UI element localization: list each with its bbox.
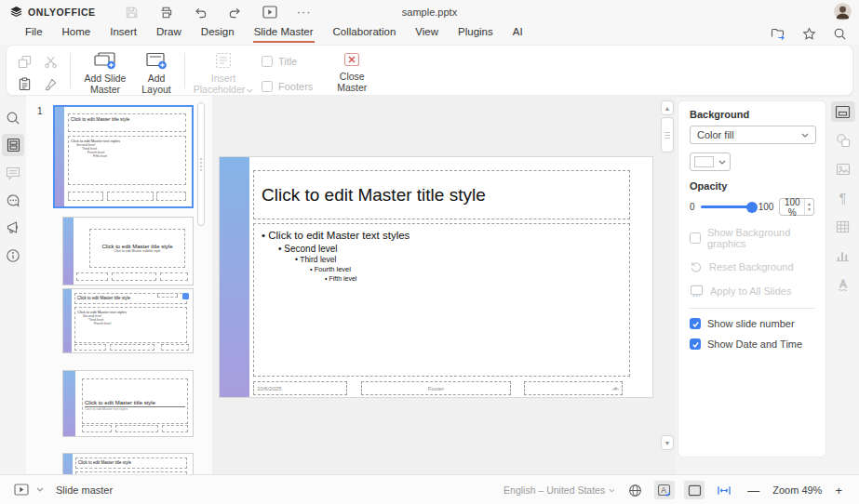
fit-to-slide-button[interactable] [684, 481, 705, 499]
format-painter-button[interactable] [42, 75, 59, 92]
search-icon [833, 27, 847, 41]
slide-canvas[interactable]: Click to edit Master title style • Click… [220, 157, 652, 397]
add-layout-button[interactable]: Add Layout [134, 52, 179, 95]
info-icon [6, 248, 20, 263]
show-date-and-time-checkbox[interactable]: Show Date and Time [690, 338, 814, 350]
document-language-button[interactable] [624, 481, 645, 499]
format-painter-icon [44, 77, 58, 91]
title-checkbox[interactable]: Title [262, 56, 313, 67]
feedback-button[interactable] [2, 217, 24, 239]
footer-placeholder[interactable]: Footer [361, 381, 511, 395]
start-slideshow-status-button[interactable] [13, 482, 30, 498]
thumbnail-scrollbar[interactable] [197, 102, 205, 226]
background-color-button[interactable] [690, 153, 731, 171]
slide-settings-button[interactable] [831, 101, 855, 122]
thumbnail-layout-title[interactable]: Click to edit Master title style Click t… [62, 217, 194, 285]
show-background-graphics-checkbox[interactable]: Show Background graphics [690, 227, 814, 249]
textart-settings-button[interactable]: A [831, 274, 855, 295]
user-avatar[interactable] [834, 3, 852, 20]
chat-button[interactable] [2, 190, 24, 212]
reset-background-button[interactable]: Reset Background [690, 260, 814, 273]
spellcheck-button[interactable]: A [654, 481, 675, 499]
thumbnail-layout-two-content[interactable]: Click to edit Master title style [62, 453, 194, 474]
master-body-placeholder[interactable]: • Click to edit Master text styles • Sec… [253, 223, 630, 377]
right-sidebar: ¶ A [826, 96, 859, 474]
slideshow-icon [262, 6, 277, 19]
shape-settings-button[interactable] [831, 130, 855, 151]
thumb-body-placeholder: Click to edit Master text styles Second … [68, 136, 186, 185]
thumb-date-placeholder [157, 293, 178, 298]
table-settings-button[interactable] [831, 217, 855, 237]
start-slideshow-button[interactable] [262, 4, 278, 20]
thumbnail-layout-section[interactable]: Click to edit Master title style Click t… [62, 370, 194, 437]
cut-button[interactable] [42, 53, 59, 70]
menu-tab-ai[interactable]: AI [512, 24, 524, 43]
menu-tab-file[interactable]: File [24, 24, 44, 43]
close-master-label: Close Master [328, 72, 376, 93]
opacity-slider-thumb[interactable] [746, 202, 758, 213]
menu-tab-plugins[interactable]: Plugins [457, 24, 494, 43]
comments-button[interactable] [2, 162, 24, 184]
app-logo: ONLYOFFICE [9, 6, 96, 20]
thumb-footer-placeholder [107, 192, 154, 201]
find-icon [6, 111, 20, 126]
menu-tab-home[interactable]: Home [61, 24, 92, 43]
chevron-down-icon [247, 84, 253, 95]
redo-button[interactable] [227, 4, 244, 20]
scroll-down-button[interactable]: ▼ [661, 435, 674, 450]
menu-tab-collaboration[interactable]: Collaboration [332, 24, 397, 43]
paste-button[interactable] [16, 75, 33, 92]
slide-thumbnails-button[interactable] [2, 134, 24, 156]
undo-button[interactable] [193, 4, 209, 20]
find-button[interactable] [2, 107, 24, 129]
close-master-button[interactable]: Close Master [328, 52, 376, 93]
paragraph-settings-button[interactable]: ¶ [831, 188, 855, 208]
opacity-max-label: 100 [758, 202, 774, 212]
thumbnail-layout-content[interactable]: Click to edit Master title style Click t… [62, 288, 194, 353]
more-toolbar-button[interactable]: ··· [296, 4, 313, 20]
zoom-out-button[interactable]: — [744, 484, 763, 497]
spinner-arrows[interactable]: ▲▼ [804, 199, 813, 215]
slide-gradient-bar[interactable] [220, 157, 249, 397]
menu-tab-view[interactable]: View [414, 24, 439, 43]
apply-to-all-slides-button[interactable]: Apply to All Slides [690, 285, 814, 297]
background-fill-select[interactable]: Color fill [690, 126, 816, 144]
footers-checkbox[interactable]: Footers [262, 81, 313, 92]
paragraph-settings-icon: ¶ [839, 191, 847, 206]
show-slide-number-checkbox[interactable]: Show slide number [690, 318, 814, 329]
menu-tab-insert[interactable]: Insert [109, 24, 138, 43]
copy-button[interactable] [16, 53, 33, 70]
language-selector[interactable]: English – United States [503, 484, 615, 496]
slide-number-placeholder[interactable]: ‹#› [524, 381, 623, 395]
slide-thumbnail-panel: 1 Click to edit Master title style Click… [26, 96, 212, 474]
opacity-slider[interactable] [701, 206, 753, 208]
opacity-spinbox[interactable]: 100 % ▲▼ [779, 198, 814, 216]
image-settings-button[interactable] [831, 159, 855, 179]
save-button[interactable] [124, 4, 141, 20]
slide-editing-area: Click to edit Master title style • Click… [212, 96, 676, 474]
title-checkbox-label: Title [278, 56, 297, 67]
open-file-location-button[interactable] [770, 25, 786, 42]
thumb-body-placeholder: Click to edit Master text styles Second … [74, 307, 187, 343]
thumbnail-master-slide[interactable]: Click to edit Master title style Click t… [53, 105, 194, 208]
master-title-placeholder[interactable]: Click to edit Master title style [253, 170, 630, 219]
zoom-in-button[interactable]: + [831, 484, 846, 497]
add-slide-master-icon [94, 52, 116, 70]
about-button[interactable] [2, 245, 24, 267]
chevron-down-icon[interactable] [36, 487, 44, 492]
menu-tab-design[interactable]: Design [200, 24, 235, 43]
search-button[interactable] [831, 25, 848, 42]
canvas-scrollbar-thumb[interactable] [661, 117, 674, 153]
date-placeholder[interactable]: 10/6/2025 [253, 381, 347, 395]
print-button[interactable] [158, 4, 175, 20]
chart-settings-button[interactable] [831, 245, 855, 266]
slide-number-label: 1 [37, 106, 43, 116]
menu-tab-draw[interactable]: Draw [155, 24, 182, 43]
fit-to-width-button[interactable] [714, 481, 734, 499]
add-slide-master-button[interactable]: Add Slide Master [76, 52, 134, 95]
insert-placeholder-button[interactable]: Insert Placeholder [191, 52, 256, 95]
scroll-up-button[interactable]: ▲ [661, 100, 674, 115]
thumbnail-gradient-bar [63, 289, 72, 352]
favorites-button[interactable] [800, 25, 817, 42]
menu-tab-slide-master[interactable]: Slide Master [253, 24, 315, 43]
